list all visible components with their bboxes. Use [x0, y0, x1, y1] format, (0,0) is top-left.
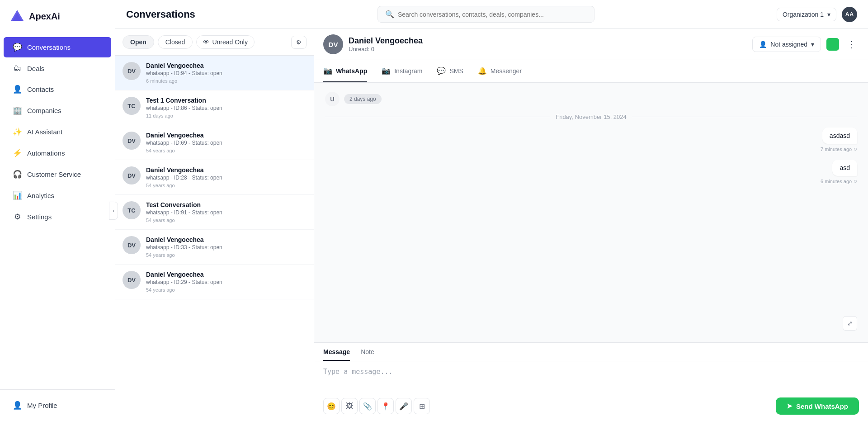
- conv-sub: whatsapp - ID:33 - Status: open: [146, 244, 307, 251]
- send-label: Send WhatsApp: [796, 402, 848, 410]
- message-bubble: asdasd: [822, 128, 857, 144]
- channel-tab-whatsapp[interactable]: 📷 WhatsApp: [323, 60, 367, 82]
- unread-label: Unread Only: [212, 38, 248, 46]
- channel-tab-messenger[interactable]: 🔔 Messenger: [478, 60, 522, 82]
- audio-action-button[interactable]: 🎤: [396, 398, 412, 414]
- whatsapp-channel-label: WhatsApp: [336, 67, 367, 75]
- sidebar-item-contacts[interactable]: 👤 Contacts: [4, 79, 111, 99]
- sidebar-item-label: AI Assistant: [27, 128, 62, 136]
- assign-button[interactable]: 👤 Not assigned ▾: [752, 37, 821, 52]
- unread-only-button[interactable]: 👁 Unread Only: [196, 35, 255, 49]
- page-title: Conversations: [126, 9, 195, 20]
- message-status-icon: ○: [854, 178, 857, 184]
- message-tabs: MessageNote: [314, 343, 868, 361]
- chevron-down-icon: ▾: [827, 11, 830, 18]
- sidebar-footer: 👤 My Profile: [0, 389, 115, 421]
- sidebar-item-conversations[interactable]: 💬 Conversations: [4, 37, 111, 57]
- conv-avatar: DV: [123, 166, 141, 184]
- send-icon: ➤: [787, 402, 793, 410]
- chat-unread-count: Unread: 0: [349, 46, 747, 52]
- search-input[interactable]: [398, 11, 587, 18]
- outgoing-message: asdasd 7 minutes ago ○: [821, 128, 857, 152]
- content-area: Open Closed 👁 Unread Only ⚙ DV Daniel Ve…: [115, 29, 868, 421]
- conversation-list-item[interactable]: DV Daniel Vengoechea whatsapp - ID:69 - …: [115, 125, 314, 160]
- emoji-icon: 😊: [327, 402, 336, 411]
- sidebar-item-label: Deals: [27, 65, 44, 72]
- conv-time: 54 years ago: [146, 252, 307, 258]
- emoji-action-button[interactable]: 😊: [323, 398, 340, 414]
- sidebar-item-analytics[interactable]: 📊 Analytics: [4, 185, 111, 206]
- filter-icon-button[interactable]: ⚙: [291, 36, 307, 49]
- customer-service-icon: 🎧: [13, 170, 22, 179]
- chevron-down-icon: ▾: [811, 41, 814, 48]
- template-action-button[interactable]: ⊞: [414, 398, 430, 414]
- unread-indicator: U: [325, 92, 340, 106]
- header-right: Organization 1 ▾ AA: [777, 7, 857, 22]
- more-options-button[interactable]: ⋮: [844, 37, 859, 52]
- sidebar-collapse-button[interactable]: ‹: [109, 202, 118, 220]
- conv-name: Daniel Vengoechea: [146, 166, 307, 174]
- sidebar-item-label: Settings: [27, 213, 52, 221]
- message-input[interactable]: [323, 368, 859, 386]
- conversation-list-item[interactable]: DV Daniel Vengoechea whatsapp - ID:28 - …: [115, 160, 314, 195]
- my-profile-item[interactable]: 👤 My Profile: [4, 395, 111, 416]
- search-icon: 🔍: [385, 10, 394, 19]
- sidebar-item-deals[interactable]: 🗂 Deals: [4, 58, 111, 78]
- status-indicator[interactable]: [826, 38, 839, 51]
- chat-name-area: Daniel Vengoechea Unread: 0: [349, 36, 747, 52]
- user-avatar[interactable]: AA: [842, 7, 857, 22]
- sidebar-item-companies[interactable]: 🏢 Companies: [4, 100, 111, 121]
- conv-avatar: TC: [123, 201, 141, 219]
- conversation-list-panel: Open Closed 👁 Unread Only ⚙ DV Daniel Ve…: [115, 29, 314, 421]
- org-name: Organization 1: [783, 11, 824, 18]
- conversation-list-item[interactable]: TC Test Conversation whatsapp - ID:91 - …: [115, 195, 314, 230]
- messenger-channel-label: Messenger: [491, 67, 522, 75]
- search-bar[interactable]: 🔍: [377, 6, 594, 23]
- audio-icon: 🎤: [399, 402, 408, 411]
- companies-icon: 🏢: [13, 106, 22, 115]
- closed-filter-button[interactable]: Closed: [158, 35, 193, 49]
- settings-icon: ⚙: [13, 212, 22, 222]
- conv-sub: whatsapp - ID:28 - Status: open: [146, 175, 307, 181]
- sidebar-item-ai-assistant[interactable]: ✨ AI Assistant: [4, 122, 111, 142]
- message-tab-note[interactable]: Note: [361, 348, 374, 361]
- conv-sub: whatsapp - ID:86 - Status: open: [146, 105, 307, 111]
- org-selector[interactable]: Organization 1 ▾: [777, 8, 836, 21]
- sidebar-item-customer-service[interactable]: 🎧 Customer Service: [4, 164, 111, 184]
- conv-info: Daniel Vengoechea whatsapp - ID:69 - Sta…: [146, 132, 307, 153]
- send-whatsapp-button[interactable]: ➤ Send WhatsApp: [776, 397, 859, 415]
- message-tab-message[interactable]: Message: [323, 348, 350, 361]
- contacts-icon: 👤: [13, 85, 22, 94]
- conversation-list-item[interactable]: DV Daniel Vengoechea whatsapp - ID:33 - …: [115, 230, 314, 265]
- chat-contact-name: Daniel Vengoechea: [349, 36, 747, 46]
- location-icon: 📍: [381, 402, 390, 411]
- ai-assistant-icon: ✨: [13, 127, 22, 137]
- open-filter-button[interactable]: Open: [123, 35, 154, 49]
- location-action-button[interactable]: 📍: [377, 398, 394, 414]
- conv-sub: whatsapp - ID:94 - Status: open: [146, 70, 307, 76]
- analytics-icon: 📊: [13, 191, 22, 200]
- attach-action-button[interactable]: 📎: [359, 398, 376, 414]
- conversation-list: DV Daniel Vengoechea whatsapp - ID:94 - …: [115, 56, 314, 421]
- sidebar: ApexAi 💬 Conversations 🗂 Deals 👤 Contact…: [0, 0, 115, 421]
- conv-info: Daniel Vengoechea whatsapp - ID:33 - Sta…: [146, 236, 307, 258]
- expand-button[interactable]: ⤢: [843, 316, 857, 331]
- message-timestamp: 6 minutes ago: [821, 179, 852, 184]
- image-icon: 🖼: [346, 402, 353, 410]
- channel-tab-instagram[interactable]: 📷 Instagram: [382, 60, 422, 82]
- conv-sub: whatsapp - ID:29 - Status: open: [146, 279, 307, 285]
- conv-info: Daniel Vengoechea whatsapp - ID:28 - Sta…: [146, 166, 307, 188]
- sidebar-item-settings[interactable]: ⚙ Settings: [4, 207, 111, 227]
- message-status-icon: ○: [854, 146, 857, 152]
- conv-info: Test Conversation whatsapp - ID:91 - Sta…: [146, 201, 307, 223]
- image-action-button[interactable]: 🖼: [341, 398, 358, 414]
- conversation-list-item[interactable]: DV Daniel Vengoechea whatsapp - ID:94 - …: [115, 56, 314, 90]
- sidebar-item-label: Automations: [27, 149, 65, 157]
- channel-tab-sms[interactable]: 💬 SMS: [437, 60, 463, 82]
- sidebar-item-automations[interactable]: ⚡ Automations: [4, 143, 111, 163]
- outgoing-message: asd 6 minutes ago ○: [821, 160, 857, 184]
- input-actions: 😊🖼📎📍🎤⊞: [323, 398, 430, 414]
- conversation-list-item[interactable]: TC Test 1 Conversation whatsapp - ID:86 …: [115, 90, 314, 125]
- conversation-list-item[interactable]: DV Daniel Vengoechea whatsapp - ID:29 - …: [115, 265, 314, 299]
- conv-avatar: TC: [123, 97, 141, 115]
